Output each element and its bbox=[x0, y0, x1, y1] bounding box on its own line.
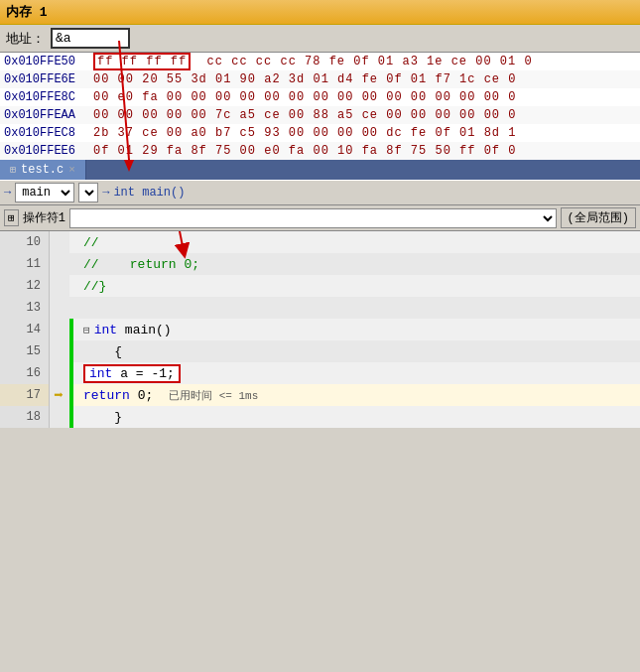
green-bar-13 bbox=[69, 297, 73, 319]
line-marker-17: ➡ bbox=[50, 384, 69, 406]
line-number-17: 17 bbox=[0, 384, 50, 406]
memory-bytes-cell: 0f 01 29 fa 8f 75 00 e0 fa 00 10 fa 8f 7… bbox=[93, 144, 636, 158]
code-line-14: 14 ⊟ int main() bbox=[0, 319, 640, 340]
line-marker-15 bbox=[50, 340, 69, 362]
operator-scope: (全局范围) bbox=[561, 207, 636, 228]
tab-close-button[interactable]: × bbox=[68, 164, 75, 176]
time-elapsed-label: 已用时间 <= 1ms bbox=[169, 388, 258, 403]
file-icon: ⊞ bbox=[10, 164, 16, 176]
line-content-18: } bbox=[75, 406, 640, 428]
line-content-10: // bbox=[75, 231, 640, 253]
code-line-11: 11 // return 0; bbox=[0, 253, 640, 275]
memory-bytes-cell: 2b 37 ce 00 a0 b7 c5 93 00 00 00 00 dc f… bbox=[93, 126, 636, 140]
keyword-int: int bbox=[94, 323, 117, 337]
green-bar-12 bbox=[69, 275, 73, 297]
function-bar: → main ▲ ▼ → int main() bbox=[0, 180, 640, 205]
memory-row: 0x010FFEAA 00 00 00 00 00 7c a5 ce 00 88… bbox=[0, 106, 640, 124]
highlighted-bytes: ff ff ff ff bbox=[93, 53, 191, 70]
line-number-14: 14 bbox=[0, 319, 50, 340]
memory-bytes-cell: 00 00 00 00 00 7c a5 ce 00 88 a5 ce 00 0… bbox=[93, 108, 636, 122]
memory-bytes-cell: 00 e0 fa 00 00 00 00 00 00 00 00 00 00 0… bbox=[93, 90, 636, 104]
memory-row: 0x010FFEC8 2b 37 ce 00 a0 b7 c5 93 00 00… bbox=[0, 124, 640, 142]
line-marker-10 bbox=[50, 231, 69, 253]
address-label: 地址： bbox=[6, 30, 45, 48]
green-bar-16 bbox=[69, 362, 73, 384]
green-bar-10 bbox=[69, 231, 73, 253]
highlighted-code-box: int a = -1; bbox=[83, 364, 181, 383]
code-text: 0; bbox=[138, 388, 161, 403]
func-signature: int main() bbox=[113, 186, 185, 200]
green-bar-11 bbox=[69, 253, 73, 275]
code-line-10: 10 // bbox=[0, 231, 640, 253]
code-text: // bbox=[83, 235, 99, 250]
code-text: { bbox=[83, 344, 122, 359]
memory-address-cell: 0x010FFEAA bbox=[4, 108, 93, 122]
line-marker-14 bbox=[50, 319, 69, 340]
line-number-16: 16 bbox=[0, 362, 50, 384]
operator-selector[interactable] bbox=[69, 208, 557, 228]
line-content-13 bbox=[75, 297, 640, 319]
memory-row: 0x010FFE8C 00 e0 fa 00 00 00 00 00 00 00… bbox=[0, 88, 640, 106]
address-input[interactable] bbox=[51, 28, 130, 49]
line-number-13: 13 bbox=[0, 297, 50, 319]
memory-row: 0x010FFE50 ff ff ff ff cc cc cc cc 78 fe… bbox=[0, 53, 640, 70]
line-marker-16 bbox=[50, 362, 69, 384]
line-number-11: 11 bbox=[0, 253, 50, 275]
debug-arrow-icon: ➡ bbox=[54, 385, 64, 405]
line-number-10: 10 bbox=[0, 231, 50, 253]
memory-title: 内存 1 bbox=[6, 5, 48, 20]
line-number-12: 12 bbox=[0, 275, 50, 297]
green-bar-18 bbox=[69, 406, 73, 428]
memory-row: 0x010FFE6E 00 00 20 55 3d 01 90 a2 3d 01… bbox=[0, 70, 640, 88]
memory-address-cell: 0x010FFE8C bbox=[4, 90, 93, 104]
func-nav-dropdown[interactable]: ▲ ▼ bbox=[78, 183, 98, 202]
operator-bar: ⊞ 操作符1 (全局范围) bbox=[0, 205, 640, 231]
code-text: main() bbox=[125, 323, 172, 337]
editor-tabbar: ⊞ test.c × bbox=[0, 160, 640, 180]
memory-address-cell: 0x010FFE6E bbox=[4, 72, 93, 86]
memory-titlebar: 内存 1 bbox=[0, 0, 640, 25]
line-marker-13 bbox=[50, 297, 69, 319]
memory-bytes-cell: 00 00 20 55 3d 01 90 a2 3d 01 d4 fe 0f 0… bbox=[93, 72, 636, 86]
line-marker-11 bbox=[50, 253, 69, 275]
code-line-15: 15 { bbox=[0, 340, 640, 362]
code-line-18: 18 } bbox=[0, 406, 640, 428]
code-line-12: 12 //} bbox=[0, 275, 640, 297]
line-content-12: //} bbox=[75, 275, 640, 297]
code-editor: 10 // 11 // return 0; 12 //} 13 14 bbox=[0, 231, 640, 428]
green-bar-17 bbox=[69, 384, 73, 406]
line-number-15: 15 bbox=[0, 340, 50, 362]
func-arrow-icon: → bbox=[4, 186, 11, 200]
memory-address-cell: 0x010FFE50 bbox=[4, 55, 93, 68]
memory-bytes-cell: ff ff ff ff cc cc cc cc 78 fe 0f 01 a3 1… bbox=[93, 55, 636, 68]
line-content-16: int a = -1; bbox=[75, 362, 640, 384]
function-selector[interactable]: main bbox=[15, 183, 74, 202]
line-content-14: ⊟ int main() bbox=[75, 319, 640, 340]
operator-label: 操作符1 bbox=[23, 209, 65, 226]
code-text: //} bbox=[83, 279, 106, 294]
green-bar-14 bbox=[69, 319, 73, 340]
keyword-int: int bbox=[89, 366, 112, 381]
line-content-11: // return 0; bbox=[75, 253, 640, 275]
code-text: } bbox=[83, 410, 122, 425]
code-line-16: 16 int a = -1; bbox=[0, 362, 640, 384]
operator-icon: ⊞ bbox=[4, 209, 19, 226]
code-text: // return 0; bbox=[83, 257, 199, 272]
code-text: a = -1; bbox=[120, 366, 175, 381]
memory-row: 0x010FFEE6 0f 01 29 fa 8f 75 00 e0 fa 00… bbox=[0, 142, 640, 160]
tab-filename: test.c bbox=[21, 163, 64, 177]
keyword-return: return bbox=[83, 388, 130, 403]
editor-tab-testc[interactable]: ⊞ test.c × bbox=[0, 160, 86, 180]
code-line-17: 17 ➡ return 0; 已用时间 <= 1ms bbox=[0, 384, 640, 406]
collapse-icon[interactable]: ⊟ bbox=[83, 324, 90, 336]
line-number-18: 18 bbox=[0, 406, 50, 428]
memory-address-cell: 0x010FFEC8 bbox=[4, 126, 93, 140]
memory-address-cell: 0x010FFEE6 bbox=[4, 144, 93, 158]
line-marker-18 bbox=[50, 406, 69, 428]
green-bar-15 bbox=[69, 340, 73, 362]
func-arrow2-icon: → bbox=[102, 186, 109, 200]
line-content-15: { bbox=[75, 340, 640, 362]
memory-address-bar: 地址： bbox=[0, 25, 640, 53]
code-line-13: 13 bbox=[0, 297, 640, 319]
line-content-17: return 0; 已用时间 <= 1ms bbox=[75, 384, 640, 406]
